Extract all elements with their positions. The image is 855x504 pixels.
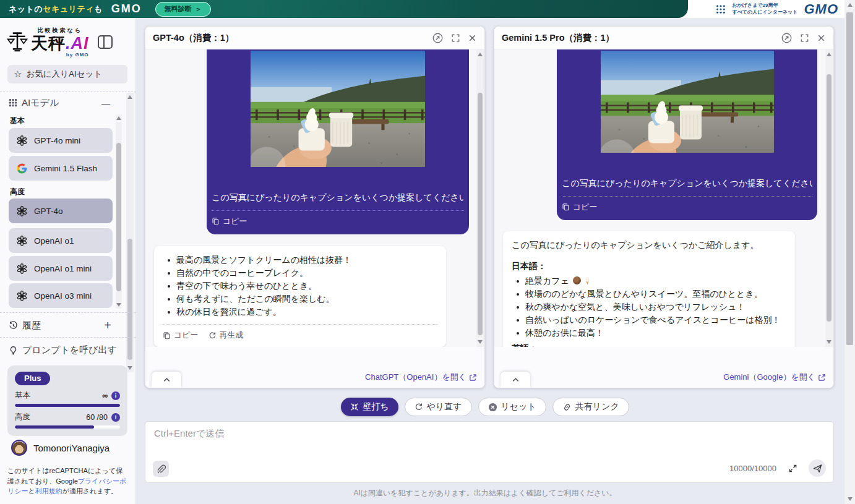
collapse-models-icon[interactable] xyxy=(101,96,110,109)
panel-header: GPT-4o（消費：1） xyxy=(145,27,484,49)
panel-scrollbar[interactable] xyxy=(476,49,484,347)
close-icon[interactable] xyxy=(817,33,826,43)
refresh-icon xyxy=(208,331,217,340)
panel-gemini: Gemini 1.5 Pro（消費：1） この写真にぴったりのキャプションをいく… xyxy=(494,26,834,388)
copy-label: コピー xyxy=(223,216,247,227)
scrollbar-thumb[interactable] xyxy=(127,239,132,360)
scroll-to-top-button[interactable] xyxy=(501,372,530,388)
reset-button[interactable]: リセット xyxy=(478,398,546,416)
apps-grid-icon[interactable] xyxy=(716,4,726,14)
open-gemini-link[interactable]: Gemini（Google）を開く xyxy=(723,372,826,383)
response-bullet: 牧場ののどかな風景とひんやりスイーツ。至福のひととき。 xyxy=(512,288,786,301)
panel-header: Gemini 1.5 Pro（消費：1） xyxy=(494,27,833,49)
gmo-logo-left: GMO xyxy=(111,2,142,15)
model-button-openai-o3-mini[interactable]: OpenAI o3 mini xyxy=(9,283,113,308)
user-message-bubble: この写真にぴったりのキャプションをいくつか提案してください コピー xyxy=(207,49,469,234)
response-bullet: 自然の中でのコーヒーブレイク。 xyxy=(163,267,437,280)
panel-title: Gemini 1.5 Pro（消費：1） xyxy=(502,32,614,44)
anniversary-text: おかげさまで29周年すべての人にインターネット xyxy=(732,2,797,15)
message-input[interactable] xyxy=(145,422,833,461)
info-icon[interactable] xyxy=(111,391,120,400)
info-icon[interactable] xyxy=(111,413,120,422)
advanced-usage-row: 高度 60 /80 xyxy=(15,412,120,422)
model-button-gemini-flash[interactable]: Gemini 1.5 Flash xyxy=(9,156,113,181)
expand-composer-button[interactable] xyxy=(784,459,801,477)
gmo-corporate-area[interactable]: おかげさまで29周年すべての人にインターネット GMO xyxy=(716,0,838,18)
divider xyxy=(212,210,464,211)
rally-button[interactable]: 壁打ち xyxy=(341,398,398,416)
model-label: GPT-4o xyxy=(34,207,63,216)
fullscreen-icon[interactable] xyxy=(800,33,809,43)
page-scrollbar[interactable] xyxy=(844,0,855,504)
action-toolbar: 壁打ち やり直す リセット 共有リンク xyxy=(136,398,834,416)
scroll-to-top-button[interactable] xyxy=(152,372,181,388)
uploaded-photo[interactable] xyxy=(251,51,425,167)
brand-logo[interactable]: 比較検索なら 天秤.AI by GMO xyxy=(6,23,130,61)
open-link-label: ChatGPT（OpenAI）を開く xyxy=(365,372,466,383)
add-history-icon[interactable] xyxy=(104,318,111,333)
rally-label: 壁打ち xyxy=(363,401,389,412)
attach-file-button[interactable] xyxy=(153,461,169,477)
redo-label: やり直す xyxy=(427,401,462,412)
model-button-gpt4o[interactable]: GPT-4o xyxy=(9,199,113,223)
ai-disclaimer: AIは間違いを犯すことがあります。出力結果はよく確認してご利用ください。 xyxy=(136,488,834,498)
external-link-icon xyxy=(818,374,826,382)
open-chatgpt-link[interactable]: ChatGPT（OpenAI）を開く xyxy=(365,372,477,383)
share-icon[interactable] xyxy=(432,32,444,44)
avatar[interactable] xyxy=(11,440,27,456)
ai-response-card: 最高の風景とソフトクリームの相性は抜群！ 自然の中でのコーヒーブレイク。 青空の… xyxy=(154,246,446,347)
copy-button[interactable]: コピー xyxy=(562,202,812,213)
chat-scroll-area[interactable]: この写真にぴったりのキャプションをいくつか提案してください コピー 最高の風景と… xyxy=(145,49,484,347)
scrollbar-thumb[interactable] xyxy=(116,143,121,291)
basic-usage-value: ∞ xyxy=(102,391,108,400)
reset-icon xyxy=(488,403,497,412)
model-button-gpt4o-mini[interactable]: GPT-4o mini xyxy=(9,128,113,153)
brand-byline: by GMO xyxy=(31,52,89,58)
chevron-right-icon: ＞ xyxy=(195,6,202,12)
chat-scroll-area[interactable]: この写真にぴったりのキャプションをいくつか提案してください コピー この写真にぴ… xyxy=(494,49,833,347)
close-icon[interactable] xyxy=(468,33,477,43)
paperclip-icon xyxy=(157,464,166,474)
sidebar-scrollbar[interactable] xyxy=(126,93,134,372)
history-row[interactable]: 履歴 xyxy=(9,316,120,335)
divider xyxy=(0,92,136,92)
terms-link[interactable]: 利用規約 xyxy=(35,487,62,495)
uploaded-photo[interactable] xyxy=(601,51,774,153)
scrollbar-thumb[interactable] xyxy=(827,74,831,322)
user-message-text: この写真にぴったりのキャプションをいくつか提案してください xyxy=(212,192,464,203)
openai-logo-icon xyxy=(16,135,28,147)
rally-icon xyxy=(350,403,359,411)
prompt-recall-row[interactable]: プロンプトを呼び出す xyxy=(9,341,120,359)
sidebar-collapse-icon[interactable] xyxy=(98,35,113,49)
share-icon[interactable] xyxy=(781,32,793,44)
copy-button[interactable]: コピー xyxy=(212,216,464,227)
models-section-header: AIモデル xyxy=(9,95,120,111)
copy-response-button[interactable]: コピー xyxy=(163,330,199,341)
softserve-emoji xyxy=(584,276,591,285)
user-account-row[interactable]: TomonoriYanagiya xyxy=(11,440,110,456)
divider xyxy=(0,337,136,338)
regenerate-button[interactable]: 再生成 xyxy=(208,330,244,341)
divider xyxy=(163,324,437,325)
user-message-text: この写真にぴったりのキャプションをいくつか提案してください xyxy=(562,177,812,189)
share-link-button[interactable]: 共有リンク xyxy=(552,398,629,416)
send-button[interactable] xyxy=(809,459,826,477)
redo-button[interactable]: やり直す xyxy=(405,398,472,416)
promo-banner[interactable]: ネットのセキュリティも GMO 無料診断＞ xyxy=(0,0,688,18)
scrollbar-thumb[interactable] xyxy=(478,93,483,335)
openai-logo-icon xyxy=(16,205,28,217)
fullscreen-icon[interactable] xyxy=(451,33,460,43)
history-label: 履歴 xyxy=(22,320,41,331)
app-root: ネットのセキュリティも GMO 無料診断＞ おかげさまで29周年すべての人にイン… xyxy=(0,0,855,504)
favorite-ai-set-button[interactable]: お気に入りAIセット xyxy=(7,65,127,83)
models-scrollbar[interactable] xyxy=(116,114,122,309)
panel-scrollbar[interactable] xyxy=(825,49,833,347)
model-button-openai-o1-mini[interactable]: OpenAI o1 mini xyxy=(9,256,113,281)
scrollbar-thumb[interactable] xyxy=(846,12,853,345)
favorite-ai-set-label: お気に入りAIセット xyxy=(26,69,102,80)
model-button-openai-o1[interactable]: OpenAI o1 xyxy=(9,228,113,253)
group-label-basic: 基本 xyxy=(10,116,25,126)
free-diagnosis-button[interactable]: 無料診断＞ xyxy=(155,2,211,17)
response-bullet: 休憩のお供に最高！ xyxy=(512,327,786,340)
advanced-usage-value: 60 /80 xyxy=(86,413,108,422)
